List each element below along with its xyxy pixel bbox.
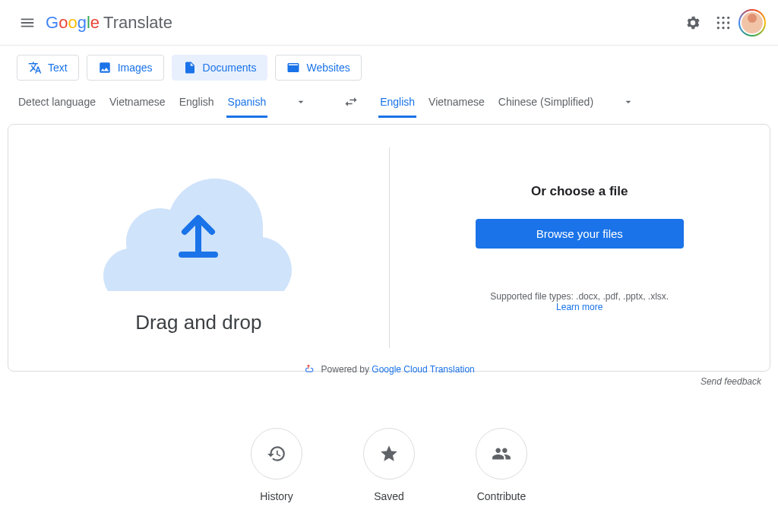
target-lang-vietnamese[interactable]: Vietnamese <box>427 88 486 118</box>
chevron-down-icon <box>622 96 634 108</box>
mode-text[interactable]: Text <box>17 55 79 81</box>
contribute-label: Contribute <box>477 490 527 502</box>
svg-point-6 <box>717 27 719 29</box>
chevron-down-icon <box>295 96 307 108</box>
svg-point-4 <box>722 21 724 24</box>
star-icon <box>379 444 399 464</box>
document-upload-card: Drag and drop Or choose a file Browse yo… <box>8 124 770 372</box>
svg-point-1 <box>722 16 724 18</box>
source-lang-more[interactable] <box>278 91 324 115</box>
target-lang-more[interactable] <box>606 91 651 115</box>
supported-types-text: Supported file types: .docx, .pdf, .pptx… <box>490 291 669 312</box>
language-bar: Detect language Vietnamese English Spani… <box>0 88 778 124</box>
document-upload-card-wrap: Drag and drop Or choose a file Browse yo… <box>0 124 778 387</box>
input-mode-tabs: Text Images Documents Websites <box>0 46 778 88</box>
browse-files-button[interactable]: Browse your files <box>476 219 684 249</box>
translate-text-icon <box>28 61 42 74</box>
document-icon <box>183 61 197 74</box>
source-lang-detect[interactable]: Detect language <box>17 88 97 118</box>
bottom-actions: History Saved Contribute <box>0 428 778 502</box>
google-logo-text: Google <box>46 13 100 33</box>
learn-more-link[interactable]: Learn more <box>556 302 602 312</box>
saved-button[interactable]: Saved <box>363 428 415 502</box>
avatar-image <box>742 12 763 33</box>
source-lang-spanish[interactable]: Spanish <box>226 88 268 118</box>
mode-label: Websites <box>306 62 349 74</box>
menu-button[interactable] <box>12 8 43 38</box>
google-translate-logo[interactable]: Google Translate <box>46 13 172 33</box>
mode-images[interactable]: Images <box>87 55 164 81</box>
svg-point-0 <box>717 16 719 18</box>
upload-cloud-icon <box>92 162 305 291</box>
mode-label: Images <box>118 62 153 74</box>
target-lang-english[interactable]: English <box>378 88 416 118</box>
source-language-group: Detect language Vietnamese English Spani… <box>17 88 324 118</box>
file-choose-section: Or choose a file Browse your files Suppo… <box>390 125 770 371</box>
history-icon <box>267 444 286 464</box>
apps-grid-icon <box>716 15 731 30</box>
gear-icon <box>685 14 701 31</box>
app-header: Google Translate <box>0 0 778 46</box>
svg-point-8 <box>727 27 729 29</box>
apps-button[interactable] <box>708 8 738 38</box>
target-language-group: English Vietnamese Chinese (Simplified) <box>378 88 651 118</box>
hamburger-icon <box>19 14 36 31</box>
people-icon <box>492 444 511 464</box>
swap-languages-button[interactable] <box>324 94 378 112</box>
source-lang-vietnamese[interactable]: Vietnamese <box>108 88 167 118</box>
mode-documents[interactable]: Documents <box>172 55 268 81</box>
website-icon <box>286 61 300 74</box>
google-cloud-icon <box>303 363 314 376</box>
svg-point-3 <box>717 21 719 24</box>
supported-types-list: Supported file types: .docx, .pdf, .pptx… <box>490 291 669 302</box>
contribute-button[interactable]: Contribute <box>476 428 527 502</box>
svg-point-7 <box>722 27 724 29</box>
history-label: History <box>260 490 293 502</box>
drag-drop-zone[interactable]: Drag and drop <box>8 125 389 371</box>
settings-button[interactable] <box>678 8 708 38</box>
translate-logo-text: Translate <box>103 13 172 33</box>
history-button[interactable]: History <box>251 428 302 502</box>
powered-by-text: Powered by <box>321 364 372 375</box>
account-avatar[interactable] <box>738 9 766 36</box>
swap-horizontal-icon <box>343 94 359 109</box>
mode-websites[interactable]: Websites <box>275 55 361 81</box>
choose-file-label: Or choose a file <box>531 184 628 199</box>
drag-drop-label: Drag and drop <box>135 311 261 334</box>
svg-point-5 <box>727 21 729 24</box>
mode-label: Documents <box>203 62 257 74</box>
target-lang-chinese[interactable]: Chinese (Simplified) <box>497 88 595 118</box>
source-lang-english[interactable]: English <box>178 88 216 118</box>
image-icon <box>98 61 112 74</box>
powered-by-footer: Powered by Google Cloud Translation <box>0 363 778 376</box>
mode-label: Text <box>48 62 68 74</box>
saved-label: Saved <box>374 490 404 502</box>
svg-point-2 <box>727 16 729 18</box>
google-cloud-translation-link[interactable]: Google Cloud Translation <box>372 364 474 375</box>
